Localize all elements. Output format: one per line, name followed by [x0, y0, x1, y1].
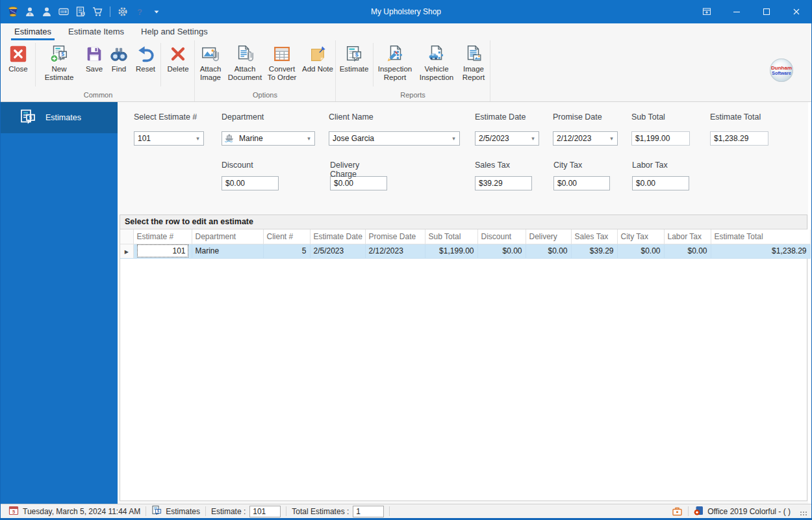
client-name-input[interactable]	[329, 134, 448, 143]
ribbon-display-options-icon[interactable]	[692, 0, 722, 23]
qat-customize-dropdown-icon[interactable]	[149, 4, 164, 20]
column-header[interactable]: Client #	[263, 229, 310, 244]
column-header[interactable]: Estimate Total	[711, 229, 810, 244]
column-header[interactable]: Delivery	[526, 229, 571, 244]
close-button[interactable]: Close	[2, 41, 34, 90]
reset-button[interactable]: Reset	[131, 41, 160, 90]
vehicle-inspection-button[interactable]: Vehicle Inspection	[416, 41, 457, 90]
column-header[interactable]: Sub Total	[425, 229, 477, 244]
convert-to-order-button[interactable]: Convert To Order	[264, 41, 300, 90]
cart-icon[interactable]	[90, 4, 105, 20]
promise-date-input[interactable]	[553, 134, 606, 143]
save-button[interactable]: Save	[82, 41, 107, 90]
delivery-charge-input[interactable]	[331, 179, 387, 188]
column-header[interactable]: Estimate Date	[310, 229, 365, 244]
field-label: Discount	[222, 161, 279, 170]
cell-sub-total[interactable]: $1,199.00	[425, 244, 477, 258]
labor-tax-box[interactable]	[632, 176, 689, 190]
sales-tax-input[interactable]	[476, 179, 531, 188]
new-estimate-button[interactable]: $ New Estimate	[36, 41, 82, 90]
grid-data-row[interactable]: ▶ 101 Marine 5 2/5/2023 2/12/2023 $1,199…	[120, 244, 810, 258]
column-header[interactable]: Promise Date	[365, 229, 425, 244]
promise-date-picker[interactable]: ▾	[553, 131, 618, 146]
department-input[interactable]	[236, 134, 303, 143]
employee-icon[interactable]	[40, 4, 54, 20]
svg-text:$: $	[61, 51, 64, 57]
sidebar-item-estimates[interactable]: $ Estimates	[1, 102, 118, 133]
image-report-button[interactable]: Image Report	[457, 41, 490, 90]
column-header[interactable]: Labor Tax	[664, 229, 711, 244]
sales-tax-box[interactable]	[475, 176, 532, 190]
column-header[interactable]: Department	[192, 229, 263, 244]
maximize-button[interactable]	[752, 0, 781, 23]
resize-grip-icon[interactable]	[800, 511, 807, 516]
invoice-icon[interactable]: $	[73, 4, 88, 20]
discount-box[interactable]	[222, 176, 279, 190]
cell-delivery[interactable]: $0.00	[526, 244, 571, 258]
column-header[interactable]: Sales Tax	[571, 229, 617, 244]
status-theme[interactable]: Office 2019 Colorful - ( )	[689, 504, 796, 518]
status-module: $ Estimates	[146, 504, 205, 518]
cell-estimate-total[interactable]: $1,238.29	[711, 244, 810, 258]
focused-cell[interactable]: 101	[137, 244, 188, 257]
settings-gear-icon[interactable]	[116, 4, 130, 20]
estimate-report-button[interactable]: $ Estimate	[336, 41, 372, 90]
cell-promise-date[interactable]: 2/12/2023	[365, 244, 425, 258]
select-estimate-input[interactable]	[134, 134, 192, 143]
labor-tax-input[interactable]	[633, 179, 689, 188]
cell-discount[interactable]: $0.00	[477, 244, 526, 258]
field-label: Select Estimate #	[134, 112, 204, 122]
help-icon[interactable]: ?	[133, 4, 147, 20]
barcode-icon[interactable]	[57, 4, 71, 20]
city-tax-box[interactable]	[553, 176, 610, 190]
field-label: City Tax	[553, 161, 610, 170]
chevron-down-icon[interactable]: ▾	[448, 132, 459, 145]
cell-city-tax[interactable]: $0.00	[617, 244, 664, 258]
field-label: Promise Date	[553, 112, 618, 122]
office-theme-icon	[694, 506, 704, 517]
client-icon[interactable]	[23, 4, 37, 20]
status-datetime: 5 Tuesday, March 5, 2024 11:44 AM	[3, 504, 146, 518]
estimate-label: Estimate :	[211, 507, 246, 516]
qat-separator	[110, 6, 110, 17]
app-logo-icon[interactable]	[6, 4, 20, 20]
cell-sales-tax[interactable]: $39.29	[571, 244, 617, 258]
inspection-report-button[interactable]: Inspection Report	[374, 41, 416, 90]
chevron-down-icon[interactable]: ▾	[606, 132, 617, 145]
delete-button[interactable]: Delete	[162, 41, 194, 90]
chevron-down-icon[interactable]: ▾	[527, 132, 539, 145]
discount-input[interactable]	[222, 179, 278, 188]
chevron-down-icon[interactable]: ▾	[303, 132, 314, 145]
briefcase-button[interactable]	[666, 504, 688, 518]
client-name-combo[interactable]: ▾	[329, 131, 460, 146]
attach-image-button[interactable]: Attach Image	[195, 41, 226, 90]
select-estimate-combo[interactable]: ▾	[134, 131, 204, 146]
attach-document-button[interactable]: Attach Document	[226, 41, 264, 90]
chevron-down-icon[interactable]: ▾	[192, 132, 203, 145]
estimate-number-box[interactable]	[249, 506, 281, 517]
cell-estimate-date[interactable]: 2/5/2023	[310, 244, 365, 258]
total-estimates-box[interactable]	[353, 506, 384, 517]
department-combo[interactable]: ▾	[222, 131, 315, 146]
column-header[interactable]: Estimate #	[133, 229, 192, 244]
tab-estimate-items[interactable]: Estimate Items	[60, 24, 133, 40]
tab-estimates[interactable]: Estimates	[6, 24, 60, 40]
cell-estimate-number[interactable]: 101	[133, 244, 192, 258]
close-window-button[interactable]	[781, 0, 811, 23]
datetime-text: Tuesday, March 5, 2024 11:44 AM	[23, 507, 140, 516]
add-note-button[interactable]: Add Note	[300, 41, 335, 90]
tab-help-and-settings[interactable]: Help and Settings	[133, 24, 216, 40]
column-header[interactable]: City Tax	[617, 229, 664, 244]
cell-client-number[interactable]: 5	[263, 244, 310, 258]
cell-labor-tax[interactable]: $0.00	[664, 244, 711, 258]
estimate-date-picker[interactable]: ▾	[475, 131, 539, 146]
find-button[interactable]: Find	[107, 41, 131, 90]
delivery-charge-box[interactable]	[330, 176, 387, 190]
estimate-date-input[interactable]	[476, 134, 527, 143]
cell-department[interactable]: Marine	[192, 244, 263, 258]
column-header[interactable]: Discount	[477, 229, 526, 244]
minimize-button[interactable]	[722, 0, 752, 23]
main-panel: Select Estimate # ▾ Department ▾ Client …	[118, 102, 811, 504]
svg-text:$: $	[82, 12, 84, 16]
city-tax-input[interactable]	[554, 179, 609, 188]
